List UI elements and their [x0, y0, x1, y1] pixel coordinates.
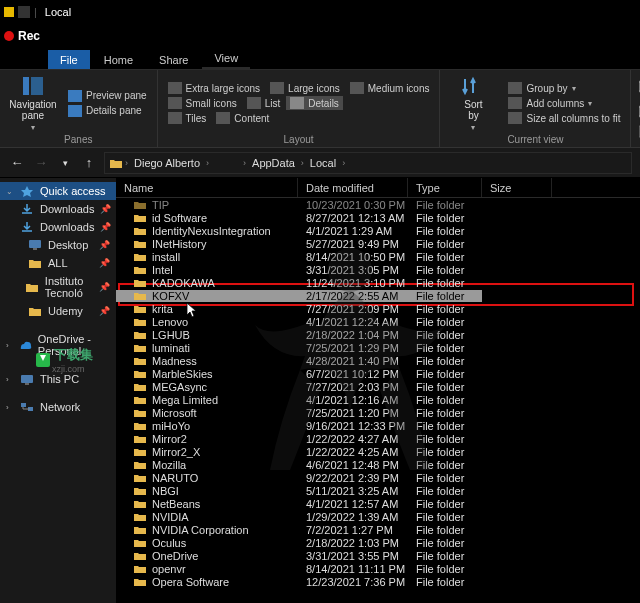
table-row[interactable]: miHoYo9/16/2021 12:33 PMFile folder: [116, 419, 640, 432]
layout-tiles[interactable]: Tiles: [164, 111, 211, 125]
file-type: File folder: [408, 537, 482, 549]
table-row[interactable]: Intel3/31/2021 3:05 PMFile folder: [116, 263, 640, 276]
table-row[interactable]: Mega Limited4/1/2021 12:16 AMFile folder: [116, 393, 640, 406]
table-row[interactable]: NBGI5/11/2021 3:25 AMFile folder: [116, 484, 640, 497]
table-row[interactable]: LGHUB2/18/2022 1:04 PMFile folder: [116, 328, 640, 341]
sidebar-item-all[interactable]: ALL📌: [0, 254, 116, 272]
sidebar-item-downloads[interactable]: Downloads📌: [0, 218, 116, 236]
download-icon: [20, 203, 34, 215]
file-name: MarbleSkies: [152, 368, 213, 380]
folder-icon: [134, 525, 146, 535]
table-row[interactable]: TIP10/23/2021 0:30 PMFile folder: [116, 198, 640, 211]
qat-icon-1[interactable]: [18, 6, 30, 18]
table-row[interactable]: Mozilla4/6/2021 12:48 PMFile folder: [116, 458, 640, 471]
layout-large[interactable]: Large icons: [266, 81, 344, 95]
file-date: 8/14/2021 10:50 PM: [298, 251, 408, 263]
layout-extra-large[interactable]: Extra large icons: [164, 81, 264, 95]
svg-marker-18: [21, 186, 33, 197]
crumb-3[interactable]: Local: [306, 157, 340, 169]
sidebar-item-instituto-tecnoló[interactable]: Instituto Tecnoló📌: [0, 272, 116, 302]
file-rows[interactable]: TIP10/23/2021 0:30 PMFile folderid Softw…: [116, 198, 640, 603]
tab-home[interactable]: Home: [92, 50, 145, 69]
sidebar-item-desktop[interactable]: Desktop📌: [0, 236, 116, 254]
group-by-button[interactable]: Group by▾: [504, 81, 624, 95]
col-size[interactable]: Size: [482, 178, 552, 197]
details-pane-button[interactable]: Details pane: [64, 104, 151, 118]
folder-icon: [134, 564, 146, 574]
sort-by-button[interactable]: Sort by ▾: [446, 74, 500, 132]
table-row[interactable]: Lenovo4/1/2021 12:24 AMFile folder: [116, 315, 640, 328]
file-date: 3/31/2021 3:05 PM: [298, 264, 408, 276]
crumb-2[interactable]: AppData: [248, 157, 299, 169]
layout-content[interactable]: Content: [212, 111, 273, 125]
sidebar-item-udemy[interactable]: Udemy📌: [0, 302, 116, 320]
table-row[interactable]: Mirror21/22/2022 4:27 AMFile folder: [116, 432, 640, 445]
table-row[interactable]: NetBeans4/1/2021 12:57 AMFile folder: [116, 497, 640, 510]
tab-share[interactable]: Share: [147, 50, 200, 69]
this-pc[interactable]: › This PC: [0, 370, 116, 388]
col-date[interactable]: Date modified: [298, 178, 408, 197]
file-type: File folder: [408, 381, 482, 393]
onedrive-personal[interactable]: › OneDrive - Personal: [0, 330, 116, 360]
svg-rect-5: [270, 82, 284, 94]
table-row[interactable]: KADOKAWA11/24/2021 3:10 PMFile folder: [116, 276, 640, 289]
table-row[interactable]: openvr8/14/2021 11:11 PMFile folder: [116, 562, 640, 575]
group-layout: Extra large icons Large icons Medium ico…: [158, 70, 441, 147]
table-row[interactable]: Oculus2/18/2022 1:03 PMFile folder: [116, 536, 640, 549]
table-row[interactable]: install8/14/2021 10:50 PMFile folder: [116, 250, 640, 263]
table-row[interactable]: Madness4/28/2021 1:40 PMFile folder: [116, 354, 640, 367]
table-row[interactable]: KOFXV2/17/2022 2:55 AMFile folder: [116, 289, 640, 302]
table-row[interactable]: OneDrive3/31/2021 3:55 PMFile folder: [116, 549, 640, 562]
table-row[interactable]: NARUTO9/22/2021 2:39 PMFile folder: [116, 471, 640, 484]
file-type: File folder: [408, 368, 482, 380]
table-row[interactable]: luminati7/25/2021 1:29 PMFile folder: [116, 341, 640, 354]
table-row[interactable]: MarbleSkies6/7/2021 10:12 PMFile folder: [116, 367, 640, 380]
back-button[interactable]: ←: [8, 154, 26, 172]
col-type[interactable]: Type: [408, 178, 482, 197]
tab-file[interactable]: File: [48, 50, 90, 69]
table-row[interactable]: IdentityNexusIntegration4/1/2021 1:29 AM…: [116, 224, 640, 237]
svg-rect-0: [23, 77, 29, 95]
file-date: 9/16/2021 12:33 PM: [298, 420, 408, 432]
table-row[interactable]: Microsoft7/25/2021 1:20 PMFile folder: [116, 406, 640, 419]
network[interactable]: › Network: [0, 398, 116, 416]
layout-medium[interactable]: Medium icons: [346, 81, 434, 95]
file-type: File folder: [408, 472, 482, 484]
xl-icons-icon: [168, 82, 182, 94]
address-bar[interactable]: › Diego Alberto › › AppData › Local ›: [104, 152, 632, 174]
table-row[interactable]: id Software8/27/2021 12:13 AMFile folder: [116, 211, 640, 224]
sidebar-item-downloads[interactable]: Downloads📌: [0, 200, 116, 218]
folder-icon: [109, 157, 123, 169]
up-button[interactable]: ↑: [80, 154, 98, 172]
file-date: 8/27/2021 12:13 AM: [298, 212, 408, 224]
crumb-0[interactable]: Diego Alberto: [130, 157, 204, 169]
col-name[interactable]: Name: [116, 178, 298, 197]
table-row[interactable]: NVIDIA1/29/2022 1:39 AMFile folder: [116, 510, 640, 523]
layout-small[interactable]: Small icons: [164, 96, 241, 110]
table-row[interactable]: MEGAsync7/27/2021 2:03 PMFile folder: [116, 380, 640, 393]
table-row[interactable]: INetHistory5/27/2021 9:49 PMFile folder: [116, 237, 640, 250]
add-columns-icon: [508, 97, 522, 109]
folder-icon: [134, 265, 146, 275]
layout-list[interactable]: List: [243, 96, 285, 110]
recent-dropdown[interactable]: ▾: [56, 154, 74, 172]
quick-access[interactable]: ⌄ Quick access: [0, 182, 116, 200]
sm-icons-icon: [168, 97, 182, 109]
layout-details[interactable]: Details: [286, 96, 343, 110]
navigation-pane-button[interactable]: Navigation pane ▾: [6, 74, 60, 132]
file-date: 9/22/2021 2:39 PM: [298, 472, 408, 484]
preview-pane-button[interactable]: Preview pane: [64, 89, 151, 103]
add-columns-button[interactable]: Add columns▾: [504, 96, 624, 110]
table-row[interactable]: Mirror2_X1/22/2022 4:25 AMFile folder: [116, 445, 640, 458]
file-date: 12/23/2021 7:36 PM: [298, 576, 408, 588]
table-row[interactable]: krita7/27/2021 2:09 PMFile folder: [116, 302, 640, 315]
table-row[interactable]: NVIDIA Corporation7/2/2021 1:27 PMFile f…: [116, 523, 640, 536]
forward-button[interactable]: →: [32, 154, 50, 172]
svg-rect-19: [29, 240, 41, 248]
svg-rect-9: [290, 97, 304, 109]
file-date: 8/14/2021 11:11 PM: [298, 563, 408, 575]
size-columns-button[interactable]: Size all columns to fit: [504, 111, 624, 125]
tab-view[interactable]: View: [202, 48, 250, 69]
file-date: 2/18/2022 1:03 PM: [298, 537, 408, 549]
table-row[interactable]: Opera Software12/23/2021 7:36 PMFile fol…: [116, 575, 640, 588]
